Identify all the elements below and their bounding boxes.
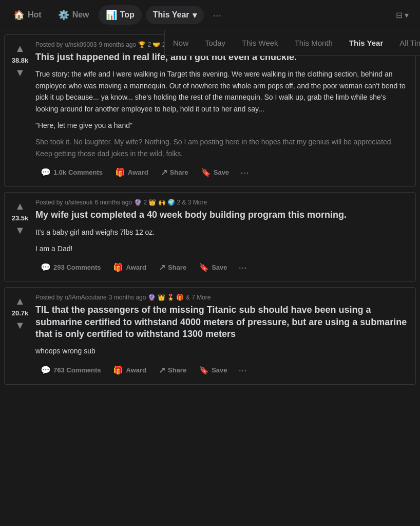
post-paragraph: whoops wrong sub [35, 345, 409, 356]
posts-container: ▲ 38.8k ▼ Posted by u/nsk09003 9 months … [0, 30, 420, 394]
post-card: ▲ 23.5k ▼ Posted by u/sitesouk 6 months … [4, 192, 416, 282]
new-icon: ⚙️ [58, 9, 69, 21]
post-more-button[interactable]: ··· [235, 362, 252, 378]
action-bar: 💬 1.0k Comments 🎁 Award ↗ Share 🔖 Save ·… [35, 164, 409, 180]
top-icon: 📊 [106, 9, 117, 21]
top-nav: 🏠 Hot ⚙️ New 📊 Top This Year ▾ ··· ⊟ ▾ N… [0, 0, 420, 30]
downvote-button[interactable]: ▼ [14, 319, 26, 331]
post-title: My wife just completed a 40 week body bu… [35, 209, 409, 221]
save-icon: 🔖 [199, 262, 209, 272]
hot-button[interactable]: 🏠 Hot [6, 5, 49, 25]
vote-count: 20.7k [12, 309, 29, 317]
post-time: 3 months ago [109, 294, 146, 301]
more-button[interactable]: ··· [208, 6, 227, 24]
comments-button[interactable]: 💬 293 Comments [35, 259, 106, 275]
post-paragraph-2: I am a Dad! [35, 243, 409, 254]
posted-by-label: Posted by [35, 294, 63, 301]
post-author[interactable]: u/sitesouk [65, 199, 92, 206]
post-meta: Posted by u/sitesouk 6 months ago 🔮 2 👑 … [35, 199, 409, 206]
post-text: It's a baby girl and weighs 7lbs 12 oz. … [35, 227, 409, 255]
comment-icon: 💬 [41, 365, 51, 375]
downvote-button[interactable]: ▼ [14, 66, 26, 79]
award-button[interactable]: 🎁 Award [110, 164, 154, 180]
this-year-label: This Year [153, 10, 189, 20]
vote-column: ▲ 23.5k ▼ [5, 199, 35, 275]
upvote-button[interactable]: ▲ [14, 295, 26, 307]
vote-column: ▲ 20.7k ▼ [5, 294, 35, 378]
post-quote: "Here, let me give you a hand" [35, 120, 409, 131]
vote-count: 23.5k [12, 214, 29, 222]
top-label: Top [120, 10, 135, 20]
save-icon: 🔖 [199, 365, 209, 375]
post-body-container: Posted by u/nsk09003 9 months ago 🏆 2 🤝 … [35, 41, 409, 180]
post-author[interactable]: u/IAmAccutane [65, 294, 106, 301]
post-time: 9 months ago [99, 41, 136, 48]
save-label: Save [214, 168, 229, 176]
comments-button[interactable]: 💬 1.0k Comments [35, 164, 108, 180]
post-paragraph: True story: the wife and I were walking … [35, 68, 409, 115]
award-button[interactable]: 🎁 Award [108, 362, 151, 378]
layout-button[interactable]: ⊟ ▾ [391, 7, 414, 23]
save-icon: 🔖 [201, 167, 211, 177]
new-label: New [72, 10, 89, 20]
save-label: Save [212, 264, 227, 271]
posted-by-label: Posted by [35, 199, 63, 206]
share-button[interactable]: ↗ Share [154, 362, 192, 378]
save-button[interactable]: 🔖 Save [196, 164, 234, 180]
share-label: Share [168, 366, 186, 374]
share-icon: ↗ [159, 262, 165, 272]
save-button[interactable]: 🔖 Save [194, 259, 232, 275]
dropdown-item-today[interactable]: Today [197, 34, 234, 51]
post-card: ▲ 20.7k ▼ Posted by u/IAmAccutane 3 mont… [4, 287, 416, 385]
hot-icon: 🏠 [13, 9, 25, 21]
post-more-button[interactable]: ··· [236, 164, 253, 180]
post-body-container: Posted by u/IAmAccutane 3 months ago 🔮 👑… [35, 294, 409, 378]
award-icon: 🎁 [113, 365, 123, 375]
comments-button[interactable]: 💬 763 Comments [35, 362, 106, 378]
share-button[interactable]: ↗ Share [154, 259, 192, 275]
vote-count: 38.8k [12, 57, 29, 64]
hot-label: Hot [28, 10, 42, 20]
dropdown-item-this-month[interactable]: This Month [287, 34, 341, 51]
layout-chevron-icon: ▾ [405, 10, 409, 20]
post-body-container: Posted by u/sitesouk 6 months ago 🔮 2 👑 … [35, 199, 409, 275]
dropdown-item-this-week[interactable]: This Week [234, 34, 287, 51]
dropdown-item-this-year[interactable]: This Year [341, 34, 391, 51]
comment-icon: 💬 [41, 262, 51, 272]
save-label: Save [212, 366, 227, 374]
post-awards: 🔮 👑 🎖️ 🎁 & 7 More [148, 294, 211, 301]
comments-label: 763 Comments [53, 366, 101, 374]
comments-label: 293 Comments [53, 264, 101, 271]
upvote-button[interactable]: ▲ [14, 42, 26, 54]
dropdown-item-now[interactable]: Now [165, 34, 197, 51]
share-icon: ↗ [159, 365, 165, 375]
top-button[interactable]: 📊 Top [99, 5, 142, 25]
save-button[interactable]: 🔖 Save [194, 362, 232, 378]
new-button[interactable]: ⚙️ New [51, 5, 97, 25]
award-button[interactable]: 🎁 Award [108, 259, 151, 275]
post-awards: 🔮 2 👑 🙌 🌍 2 & 3 More [134, 199, 207, 206]
post-text: True story: the wife and I were walking … [35, 68, 409, 159]
share-icon: ↗ [161, 167, 167, 177]
award-label: Award [126, 366, 146, 374]
posted-by-label: Posted by [35, 41, 63, 48]
action-bar: 💬 763 Comments 🎁 Award ↗ Share 🔖 Save ··… [35, 362, 409, 378]
post-time: 6 months ago [94, 199, 132, 206]
share-button[interactable]: ↗ Share [156, 164, 194, 180]
comment-icon: 💬 [41, 167, 51, 177]
time-filter-dropdown: Now Today This Week This Month This Year… [164, 30, 420, 56]
post-more-button[interactable]: ··· [235, 259, 252, 275]
dropdown-item-all-time[interactable]: All Time [391, 34, 420, 51]
post-author[interactable]: u/nsk09003 [65, 41, 97, 48]
post-card: ▲ 38.8k ▼ Posted by u/nsk09003 9 months … [4, 34, 416, 187]
post-paragraph: It's a baby girl and weighs 7lbs 12 oz. [35, 227, 409, 238]
post-text: whoops wrong sub [35, 345, 409, 356]
share-label: Share [168, 264, 186, 271]
layout-icon: ⊟ [396, 10, 403, 20]
share-label: Share [170, 168, 188, 176]
this-year-button[interactable]: This Year ▾ [146, 6, 204, 24]
downvote-button[interactable]: ▼ [14, 224, 26, 236]
upvote-button[interactable]: ▲ [14, 200, 26, 212]
action-bar: 💬 293 Comments 🎁 Award ↗ Share 🔖 Save ··… [35, 259, 409, 275]
award-icon: 🎁 [115, 167, 125, 177]
